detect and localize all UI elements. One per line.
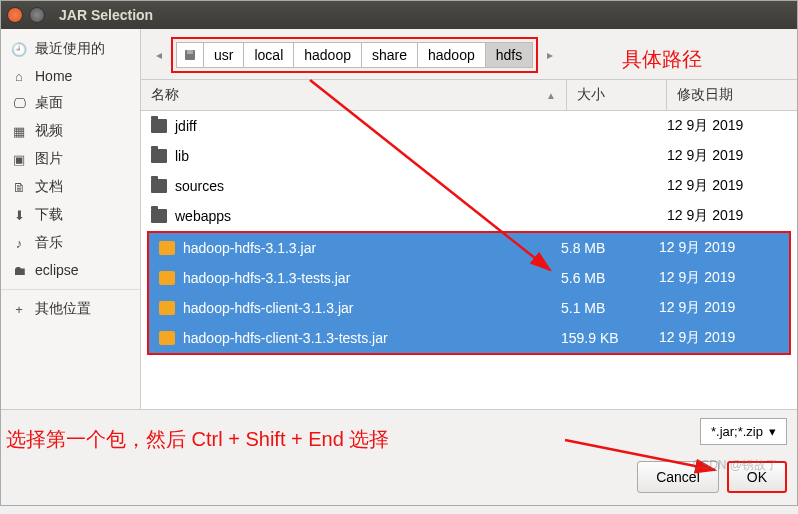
watermark: CSDN @锈故了	[692, 457, 778, 474]
breadcrumb-seg-current[interactable]: hdfs	[486, 42, 533, 68]
sidebar-item-eclipse[interactable]: 🖿eclipse	[1, 257, 140, 283]
sidebar-item-downloads[interactable]: ⬇下载	[1, 201, 140, 229]
sidebar-item-label: 下载	[35, 206, 63, 224]
breadcrumb: usr local hadoop share hadoop hdfs	[171, 37, 538, 73]
video-icon: ▦	[11, 123, 27, 139]
chevron-down-icon: ▾	[769, 424, 776, 439]
pathbar: ◂ usr local hadoop share hadoop hdfs ▸	[141, 29, 797, 79]
folder-icon	[151, 209, 167, 223]
jar-icon	[159, 241, 175, 255]
desktop-icon: 🖵	[11, 95, 27, 111]
sidebar-item-music[interactable]: ♪音乐	[1, 229, 140, 257]
header-size[interactable]: 大小	[567, 80, 667, 110]
picture-icon: ▣	[11, 151, 27, 167]
sidebar-item-label: 图片	[35, 150, 63, 168]
sidebar-item-desktop[interactable]: 🖵桌面	[1, 89, 140, 117]
table-row[interactable]: jdiff12 9月 2019	[141, 111, 797, 141]
sidebar-item-home[interactable]: ⌂Home	[1, 63, 140, 89]
document-icon: 🗎	[11, 179, 27, 195]
home-icon: ⌂	[11, 68, 27, 84]
path-prev-icon[interactable]: ◂	[151, 48, 167, 62]
window-title: JAR Selection	[59, 7, 153, 23]
disk-icon	[183, 48, 197, 62]
breadcrumb-seg[interactable]: usr	[204, 42, 244, 68]
clock-icon: 🕘	[11, 41, 27, 57]
column-headers: 名称▲ 大小 修改日期	[141, 79, 797, 111]
table-row[interactable]: hadoop-hdfs-3.1.3.jar5.8 MB12 9月 2019	[149, 233, 789, 263]
sidebar-item-other[interactable]: +其他位置	[1, 289, 140, 323]
dialog-buttons: Cancel OK	[1, 453, 797, 505]
sidebar-item-label: eclipse	[35, 262, 79, 278]
sort-asc-icon: ▲	[546, 90, 556, 101]
sidebar-item-label: Home	[35, 68, 72, 84]
dialog-window: JAR Selection 🕘最近使用的 ⌂Home 🖵桌面 ▦视频 ▣图片 🗎…	[0, 0, 798, 506]
filetype-filter[interactable]: *.jar;*.zip▾	[700, 418, 787, 445]
close-icon[interactable]	[7, 7, 23, 23]
breadcrumb-seg[interactable]: hadoop	[418, 42, 486, 68]
folder-icon	[151, 149, 167, 163]
places-sidebar: 🕘最近使用的 ⌂Home 🖵桌面 ▦视频 ▣图片 🗎文档 ⬇下载 ♪音乐 🖿ec…	[1, 29, 141, 409]
breadcrumb-seg[interactable]: share	[362, 42, 418, 68]
breadcrumb-seg[interactable]: local	[244, 42, 294, 68]
folder-icon: 🖿	[11, 262, 27, 278]
plus-icon: +	[11, 301, 27, 317]
download-icon: ⬇	[11, 207, 27, 223]
table-row[interactable]: sources12 9月 2019	[141, 171, 797, 201]
sidebar-item-documents[interactable]: 🗎文档	[1, 173, 140, 201]
jar-icon	[159, 301, 175, 315]
sidebar-item-videos[interactable]: ▦视频	[1, 117, 140, 145]
table-row[interactable]: hadoop-hdfs-client-3.1.3-tests.jar159.9 …	[149, 323, 789, 353]
sidebar-item-label: 文档	[35, 178, 63, 196]
filter-bar: *.jar;*.zip▾	[1, 409, 797, 453]
titlebar: JAR Selection	[1, 1, 797, 29]
header-name[interactable]: 名称▲	[141, 80, 567, 110]
svg-rect-1	[187, 50, 193, 54]
jar-icon	[159, 271, 175, 285]
table-row[interactable]: lib12 9月 2019	[141, 141, 797, 171]
sidebar-item-label: 最近使用的	[35, 40, 105, 58]
music-icon: ♪	[11, 235, 27, 251]
breadcrumb-root[interactable]	[176, 42, 204, 68]
folder-icon	[151, 179, 167, 193]
table-row[interactable]: hadoop-hdfs-client-3.1.3.jar5.1 MB12 9月 …	[149, 293, 789, 323]
folder-icon	[151, 119, 167, 133]
table-row[interactable]: webapps12 9月 2019	[141, 201, 797, 231]
minimize-icon[interactable]	[29, 7, 45, 23]
jar-icon	[159, 331, 175, 345]
table-row[interactable]: hadoop-hdfs-3.1.3-tests.jar5.6 MB12 9月 2…	[149, 263, 789, 293]
sidebar-item-label: 音乐	[35, 234, 63, 252]
sidebar-item-label: 桌面	[35, 94, 63, 112]
sidebar-item-label: 其他位置	[35, 300, 91, 318]
file-list[interactable]: jdiff12 9月 2019 lib12 9月 2019 sources12 …	[141, 111, 797, 409]
sidebar-item-pictures[interactable]: ▣图片	[1, 145, 140, 173]
path-next-icon[interactable]: ▸	[542, 48, 558, 62]
breadcrumb-seg[interactable]: hadoop	[294, 42, 362, 68]
sidebar-item-recent[interactable]: 🕘最近使用的	[1, 35, 140, 63]
selection-highlight: hadoop-hdfs-3.1.3.jar5.8 MB12 9月 2019 ha…	[147, 231, 791, 355]
header-date[interactable]: 修改日期	[667, 80, 797, 110]
sidebar-item-label: 视频	[35, 122, 63, 140]
